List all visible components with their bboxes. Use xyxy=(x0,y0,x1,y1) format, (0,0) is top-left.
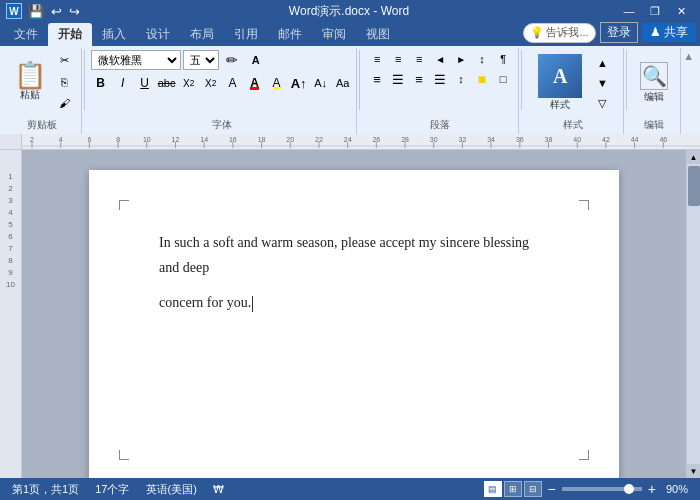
font-format-btn[interactable]: A xyxy=(245,51,267,69)
tab-insert[interactable]: 插入 xyxy=(92,23,136,46)
svg-text:40: 40 xyxy=(573,136,581,143)
word-count[interactable]: 17个字 xyxy=(91,482,133,497)
share-button[interactable]: ♟ 共享 xyxy=(642,23,696,42)
tell-me-box[interactable]: 💡 告诉我... xyxy=(523,23,595,43)
svg-text:6: 6 xyxy=(87,136,91,143)
cut-button[interactable]: ✂ xyxy=(53,52,75,70)
format-painter-button[interactable]: 🖌 xyxy=(53,94,75,112)
paste-button[interactable]: 📋 粘贴 xyxy=(9,50,51,114)
zoom-minus-btn[interactable]: − xyxy=(546,481,558,497)
editing-button[interactable]: 🔍 编辑 xyxy=(634,51,674,115)
styles-more-btn[interactable]: ▽ xyxy=(591,94,613,112)
bold-button[interactable]: B xyxy=(91,74,111,92)
clipboard-label: 剪贴板 xyxy=(27,118,57,132)
ribbon-group-font: 微软雅黑 五号 ✏ A B I U abc X2 X2 A xyxy=(87,48,358,134)
multilevel-btn[interactable]: ≡ xyxy=(409,50,429,68)
case-btn[interactable]: Aa xyxy=(333,74,353,92)
align-right-btn[interactable]: ≡ xyxy=(409,70,429,88)
italic-button[interactable]: I xyxy=(113,74,133,92)
sort-btn[interactable]: ↕ xyxy=(472,50,492,68)
styles-button[interactable]: A 样式 xyxy=(533,51,587,115)
tab-layout[interactable]: 布局 xyxy=(180,23,224,46)
view-read-btn[interactable]: ⊞ xyxy=(504,481,522,497)
tell-me-label: 告诉我... xyxy=(546,25,588,40)
styles-up-btn[interactable]: ▲ xyxy=(591,54,613,72)
close-btn[interactable]: ✕ xyxy=(668,2,694,20)
styles-label: 样式 xyxy=(550,98,570,112)
svg-text:2: 2 xyxy=(30,136,34,143)
ribbon-tabs: 文件 开始 插入 设计 布局 引用 邮件 审阅 视图 💡 告诉我... 登录 ♟… xyxy=(0,22,700,46)
svg-text:34: 34 xyxy=(487,136,495,143)
line-spacing-btn[interactable]: ↕ xyxy=(451,70,471,88)
highlight-bar xyxy=(273,87,281,90)
scroll-down-btn[interactable]: ▼ xyxy=(687,464,701,478)
superscript-button[interactable]: X2 xyxy=(201,74,221,92)
corner-bl xyxy=(119,450,129,460)
numbering-btn[interactable]: ≡ xyxy=(388,50,408,68)
justify-btn[interactable]: ☰ xyxy=(430,70,450,88)
grow-btn[interactable]: A↑ xyxy=(289,74,309,92)
subscript-button[interactable]: X2 xyxy=(179,74,199,92)
shading-btn[interactable]: ■ xyxy=(472,70,492,88)
styles-down-btn[interactable]: ▼ xyxy=(591,74,613,92)
shrink-btn[interactable]: A↓ xyxy=(311,74,331,92)
strikethrough-button[interactable]: abc xyxy=(157,74,177,92)
ruler-svg: 2468101214161820222426283032343638404244… xyxy=(22,134,700,149)
language[interactable]: 英语(美国) xyxy=(142,482,201,497)
status-bar: 第1页，共1页 17个字 英语(美国) ₩ ▤ ⊞ ⊟ − + 90% xyxy=(0,478,700,500)
page-info[interactable]: 第1页，共1页 xyxy=(8,482,83,497)
svg-text:32: 32 xyxy=(459,136,467,143)
font-dialog-icon[interactable]: ✏ xyxy=(221,51,243,69)
zoom-slider[interactable] xyxy=(562,487,642,491)
undo-quick-btn[interactable]: ↩ xyxy=(49,4,64,19)
tab-design[interactable]: 设计 xyxy=(136,23,180,46)
minimize-btn[interactable]: — xyxy=(616,2,642,20)
tab-view[interactable]: 视图 xyxy=(356,23,400,46)
restore-btn[interactable]: ❐ xyxy=(642,2,668,20)
redo-quick-btn[interactable]: ↪ xyxy=(67,4,82,19)
ruler-corner xyxy=(0,134,22,150)
svg-text:36: 36 xyxy=(516,136,524,143)
clear-format-button[interactable]: A xyxy=(223,74,243,92)
scrollbar-vertical[interactable]: ▲ ▼ xyxy=(686,150,700,478)
tab-review[interactable]: 审阅 xyxy=(312,23,356,46)
view-web-btn[interactable]: ⊟ xyxy=(524,481,542,497)
ribbon-collapse[interactable]: ▲ xyxy=(681,48,696,134)
paste-icon: 📋 xyxy=(14,62,46,88)
highlight-btn[interactable]: A xyxy=(267,74,287,92)
font-name-select[interactable]: 微软雅黑 xyxy=(91,50,181,70)
svg-text:4: 4 xyxy=(59,136,63,143)
decrease-indent-btn[interactable]: ◄ xyxy=(430,50,450,68)
tab-file[interactable]: 文件 xyxy=(4,23,48,46)
zoom-percent[interactable]: 90% xyxy=(662,483,692,495)
scroll-up-btn[interactable]: ▲ xyxy=(687,150,701,164)
show-para-btn[interactable]: ¶ xyxy=(493,50,513,68)
bullets-btn[interactable]: ≡ xyxy=(367,50,387,68)
login-button[interactable]: 登录 xyxy=(600,22,638,43)
underline-button[interactable]: U xyxy=(135,74,155,92)
save-quick-btn[interactable]: 💾 xyxy=(26,4,46,19)
corner-br xyxy=(579,450,589,460)
sep4 xyxy=(626,50,627,110)
copy-button[interactable]: ⎘ xyxy=(53,73,75,91)
align-left-btn[interactable]: ≡ xyxy=(367,70,387,88)
tab-mailings[interactable]: 邮件 xyxy=(268,23,312,46)
borders-btn[interactable]: □ xyxy=(493,70,513,88)
editing-label: 编辑 xyxy=(644,90,664,104)
align-center-btn[interactable]: ☰ xyxy=(388,70,408,88)
svg-text:44: 44 xyxy=(631,136,639,143)
scroll-thumb[interactable] xyxy=(688,166,700,206)
track-changes[interactable]: ₩ xyxy=(209,483,228,496)
scroll-area[interactable]: In such a soft and warm season, please a… xyxy=(22,150,686,478)
lightbulb-icon: 💡 xyxy=(530,26,544,39)
tab-references[interactable]: 引用 xyxy=(224,23,268,46)
zoom-plus-btn[interactable]: + xyxy=(646,481,658,497)
document-text[interactable]: In such a soft and warm season, please a… xyxy=(159,230,549,316)
increase-indent-btn[interactable]: ► xyxy=(451,50,471,68)
font-color-bar xyxy=(250,87,259,90)
view-print-btn[interactable]: ▤ xyxy=(484,481,502,497)
document-page[interactable]: In such a soft and warm season, please a… xyxy=(89,170,619,478)
tab-home[interactable]: 开始 xyxy=(48,23,92,46)
font-color-btn[interactable]: A xyxy=(245,74,265,92)
font-size-select[interactable]: 五号 xyxy=(183,50,219,70)
